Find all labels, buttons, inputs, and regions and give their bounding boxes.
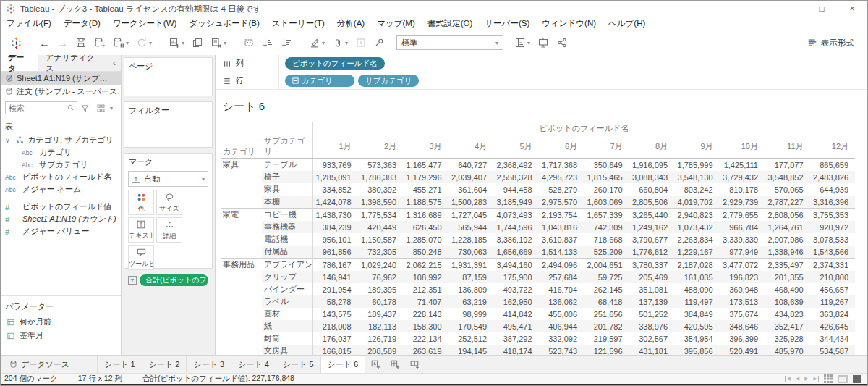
value-cell[interactable]: 644,939 — [810, 183, 856, 196]
value-cell[interactable]: 291,954 — [312, 283, 358, 295]
value-cell[interactable]: 71,407 — [403, 295, 448, 308]
value-cell[interactable]: 528,279 — [539, 183, 584, 196]
menu-item-10[interactable]: ウィンドウ(N) — [542, 18, 596, 29]
minimize-button[interactable]: – — [776, 1, 807, 17]
value-cell[interactable]: 384,239 — [312, 221, 358, 233]
subcategory-header[interactable]: サブカテゴリ — [262, 135, 312, 159]
value-cell[interactable]: 108,639 — [765, 295, 810, 308]
menu-item-3[interactable]: ワークシート(W) — [113, 18, 177, 29]
value-cell[interactable]: 2,263,834 — [674, 233, 720, 246]
value-cell[interactable]: 3,185,949 — [493, 196, 539, 209]
subcategory-cell[interactable]: 家具 — [262, 183, 312, 196]
value-cell[interactable]: 228,143 — [403, 308, 448, 320]
value-cell[interactable]: 119,497 — [674, 295, 720, 308]
subcategory-cell[interactable]: アプライアンス — [262, 259, 312, 272]
value-cell[interactable]: 810,178 — [720, 183, 765, 196]
sort-desc-icon[interactable] — [277, 34, 296, 51]
value-cell[interactable]: 380,392 — [358, 183, 404, 196]
value-cell[interactable]: 1,931,391 — [448, 259, 494, 272]
value-cell[interactable]: 2,335,497 — [765, 259, 810, 272]
value-cell[interactable]: 3,548,852 — [765, 171, 810, 183]
close-button[interactable]: × — [837, 1, 867, 17]
swap-icon[interactable] — [239, 34, 258, 51]
value-cell[interactable]: 257,684 — [539, 271, 584, 283]
collapse-pane-icon[interactable]: ‹ — [108, 55, 121, 71]
value-cell[interactable]: 1,338,946 — [765, 246, 810, 259]
value-cell[interactable]: 732,305 — [358, 246, 404, 259]
value-cell[interactable]: 136,062 — [539, 295, 584, 308]
maximize-button[interactable]: □ — [807, 1, 837, 17]
value-cell[interactable]: 1,717,368 — [539, 159, 584, 172]
value-cell[interactable]: 626,450 — [403, 221, 448, 233]
save-icon[interactable] — [72, 34, 90, 51]
value-cell[interactable]: 361,604 — [448, 183, 494, 196]
value-cell[interactable]: 420,449 — [358, 221, 404, 233]
value-cell[interactable]: 2,062,215 — [403, 259, 448, 272]
back-icon[interactable]: ← — [35, 34, 54, 51]
value-cell[interactable]: 2,193,754 — [539, 209, 584, 222]
value-cell[interactable]: 162,950 — [493, 295, 539, 308]
value-cell[interactable]: 1,785,999 — [674, 159, 720, 172]
tab-data[interactable]: データ — [1, 55, 38, 71]
value-cell[interactable]: 1,786,383 — [358, 171, 404, 183]
duplicate-icon[interactable] — [188, 34, 207, 51]
value-cell[interactable]: 136,809 — [448, 283, 494, 295]
value-cell[interactable]: 3,316,396 — [810, 196, 856, 209]
value-cell[interactable]: 98,999 — [448, 308, 494, 320]
subcategory-cell[interactable]: ラベル — [262, 295, 312, 308]
mark-type-dropdown[interactable]: T 自動 ▾ — [128, 171, 208, 187]
pivot-field-header[interactable]: ピボットのフィールド名 — [312, 122, 855, 135]
value-cell[interactable]: 1,424,078 — [312, 196, 358, 209]
subcategory-cell[interactable]: 封筒 — [262, 332, 312, 345]
fit-selector[interactable]: 標準 ▾ — [396, 35, 503, 50]
value-cell[interactable]: 354,954 — [674, 332, 720, 345]
value-cell[interactable]: 1,285,091 — [312, 171, 358, 183]
value-cell[interactable]: 2,187,028 — [674, 259, 720, 272]
search-box[interactable] — [5, 101, 77, 114]
fit-icon[interactable]: ▾ — [511, 34, 534, 51]
month-header-7[interactable]: 7月 — [584, 135, 629, 159]
value-cell[interactable]: 360,948 — [720, 283, 765, 295]
field-row-7[interactable]: #Sheet1 A1:N19 (カウント) — [1, 213, 121, 225]
view-options-icon[interactable] — [96, 104, 106, 113]
share-icon[interactable] — [553, 34, 571, 51]
month-header-10[interactable]: 10月 — [720, 135, 765, 159]
rows-shelf[interactable]: 行 カテゴリサブカテゴリ — [216, 72, 867, 90]
value-cell[interactable]: 455,271 — [403, 183, 448, 196]
value-cell[interactable]: 182,113 — [358, 320, 404, 332]
menu-item-6[interactable]: 分析(A) — [337, 18, 365, 29]
pause-updates-icon[interactable]: ▾ — [109, 34, 132, 51]
value-cell[interactable]: 865,659 — [810, 159, 856, 172]
value-cell[interactable]: 3,339,339 — [720, 233, 765, 246]
value-cell[interactable]: 3,386,192 — [493, 233, 539, 246]
value-cell[interactable]: 1,603,069 — [584, 196, 629, 209]
value-cell[interactable]: 1,229,167 — [674, 246, 720, 259]
expander-icon[interactable]: ∨ — [5, 137, 12, 144]
subcategory-cell[interactable]: 画材 — [262, 308, 312, 320]
data-source-item-1[interactable]: Sheet1 A1:N19 (サンプ… — [1, 72, 121, 85]
value-cell[interactable]: 977,949 — [720, 246, 765, 259]
first-page-icon[interactable]: ◀ — [785, 376, 790, 382]
sheet-view-icon[interactable] — [853, 375, 861, 383]
value-cell[interactable]: 108,992 — [403, 271, 448, 283]
value-cell[interactable]: 786,167 — [312, 259, 358, 272]
value-cell[interactable]: 718,668 — [584, 233, 629, 246]
month-header-5[interactable]: 5月 — [493, 135, 539, 159]
value-cell[interactable]: 63,219 — [448, 295, 494, 308]
month-header-11[interactable]: 11月 — [765, 135, 810, 159]
value-cell[interactable]: 3,610,837 — [539, 233, 584, 246]
mark-button-2[interactable]: サイズ — [156, 190, 182, 215]
refresh-icon[interactable]: ▾ — [132, 34, 156, 51]
value-cell[interactable]: 944,458 — [493, 183, 539, 196]
value-cell[interactable]: 260,170 — [584, 183, 629, 196]
field-row-1[interactable]: ∨カテゴリ, サブカテゴリ — [1, 134, 121, 146]
mark-button-1[interactable]: 色 — [128, 190, 154, 215]
value-cell[interactable]: 455,006 — [539, 308, 584, 320]
label-icon[interactable] — [352, 34, 370, 51]
value-cell[interactable]: 176,037 — [312, 332, 358, 345]
value-cell[interactable]: 201,355 — [765, 271, 810, 283]
value-cell[interactable]: 660,804 — [629, 183, 675, 196]
datasource-tab[interactable]: データソース — [1, 356, 78, 373]
value-cell[interactable]: 1,043,816 — [539, 221, 584, 233]
value-cell[interactable]: 2,483,826 — [810, 171, 856, 183]
